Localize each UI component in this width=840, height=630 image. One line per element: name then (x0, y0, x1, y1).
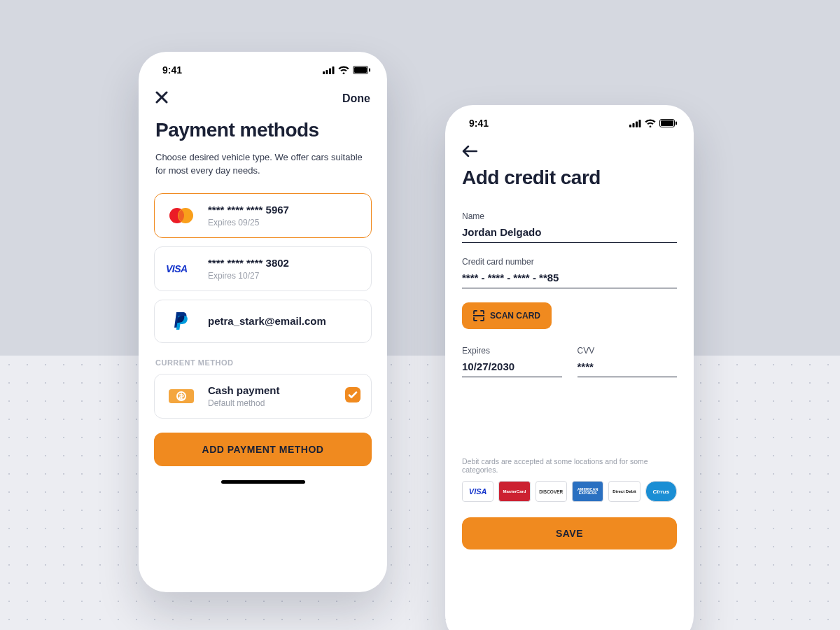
status-bar: 9:41 (139, 52, 387, 81)
card-number: **** **** **** 5967 (208, 204, 289, 216)
cash-title: Cash payment (208, 384, 280, 396)
page-subtitle: Choose desired vehicle type. We offer ca… (139, 146, 387, 189)
wifi-icon (645, 119, 656, 127)
background-dots (0, 356, 840, 630)
paypal-email: petra_stark@email.com (208, 315, 326, 327)
name-input[interactable] (462, 221, 677, 243)
cash-icon (164, 386, 198, 406)
phone-payment-methods: 9:41 Done Payment methods Choose desired… (139, 52, 387, 592)
field-name: Name (462, 211, 677, 243)
status-indicators (323, 66, 370, 74)
paypal-icon (164, 310, 198, 332)
svg-rect-1 (326, 70, 328, 74)
name-label: Name (462, 211, 677, 221)
scan-card-button[interactable]: SCAN CARD (462, 302, 552, 329)
svg-rect-3 (332, 66, 335, 74)
brand-visa: VISA (462, 481, 493, 502)
scan-card-label: SCAN CARD (490, 311, 540, 321)
card-expires: Expires 10/27 (208, 271, 289, 281)
phone-add-card: 9:41 Add credit card Name Credit card nu… (445, 105, 694, 630)
header-bar: Done (139, 81, 387, 112)
battery-icon (659, 119, 677, 127)
back-button[interactable] (445, 134, 694, 160)
close-icon[interactable] (155, 90, 168, 108)
status-bar: 9:41 (445, 105, 694, 134)
check-icon (344, 386, 361, 406)
svg-rect-16 (639, 120, 641, 127)
brand-amex: AMERICAN EXPRESS (572, 481, 603, 502)
card-number: **** **** **** 3802 (208, 257, 289, 269)
svg-rect-0 (323, 71, 325, 74)
page-title: Payment methods (139, 112, 387, 146)
payment-method-cash[interactable]: Cash payment Default method (154, 374, 372, 419)
svg-rect-15 (636, 121, 638, 127)
signal-icon (323, 66, 335, 74)
expires-input[interactable] (462, 356, 562, 377)
battery-icon (353, 66, 370, 74)
field-card-number: Credit card number (462, 257, 677, 288)
cash-sub: Default method (208, 398, 280, 408)
status-indicators (629, 119, 677, 127)
accepted-brands: VISA MasterCard DISCOVER AMERICAN EXPRES… (445, 474, 694, 502)
brand-discover: DISCOVER (536, 481, 567, 502)
cvv-label: CVV (578, 346, 678, 356)
add-card-form: Name Credit card number SCAN CARD Expire… (445, 193, 694, 377)
field-cvv: CVV (578, 346, 678, 377)
svg-text:VISA: VISA (166, 263, 188, 274)
payment-method-paypal[interactable]: petra_stark@email.com (154, 300, 372, 343)
payment-method-mastercard[interactable]: **** **** **** 5967 Expires 09/25 (154, 193, 372, 238)
page-title: Add credit card (445, 160, 694, 193)
done-button[interactable]: Done (342, 92, 370, 105)
payment-method-list: **** **** **** 5967 Expires 09/25 VISA *… (139, 189, 387, 343)
svg-rect-19 (676, 122, 677, 125)
visa-icon: VISA (164, 263, 198, 274)
card-number-input[interactable] (462, 267, 677, 288)
mastercard-icon (164, 206, 198, 225)
svg-rect-18 (661, 120, 673, 126)
current-method-label: CURRENT METHOD (139, 343, 387, 374)
svg-rect-6 (369, 69, 370, 72)
expires-label: Expires (462, 346, 562, 356)
cvv-input[interactable] (578, 356, 678, 377)
signal-icon (629, 120, 641, 127)
svg-rect-2 (329, 68, 331, 74)
disclaimer-text: Debit cards are accepted at some locatio… (445, 457, 694, 474)
brand-mastercard: MasterCard (498, 481, 530, 502)
status-time: 9:41 (469, 118, 489, 129)
brand-cirrus: Cirrus (645, 481, 677, 502)
status-time: 9:41 (162, 64, 182, 76)
payment-method-visa[interactable]: VISA **** **** **** 3802 Expires 10/27 (154, 246, 372, 291)
scan-icon (473, 310, 484, 321)
home-indicator (221, 480, 305, 484)
brand-directdebit: Direct Debit (608, 481, 640, 502)
svg-rect-14 (633, 123, 635, 127)
svg-rect-13 (629, 125, 631, 127)
save-button[interactable]: SAVE (462, 517, 677, 550)
wifi-icon (338, 66, 349, 74)
card-number-label: Credit card number (462, 257, 677, 267)
add-payment-button[interactable]: ADD PAYMENT METHOD (154, 433, 372, 466)
card-expires: Expires 09/25 (208, 218, 289, 227)
field-expires: Expires (462, 346, 562, 377)
svg-rect-5 (354, 67, 367, 73)
